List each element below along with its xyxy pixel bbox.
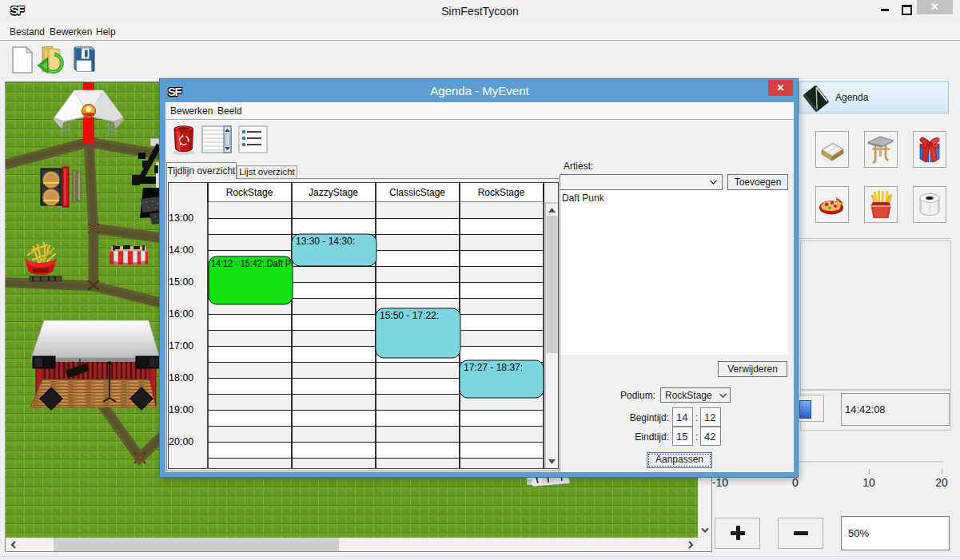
svg-text:ClassicStage: ClassicStage [389, 187, 445, 198]
svg-text:14:00: 14:00 [169, 244, 193, 256]
svg-text:18:00: 18:00 [169, 372, 193, 383]
svg-text:19:00: 19:00 [169, 404, 193, 415]
svg-text:JazzyStage: JazzyStage [309, 187, 358, 198]
svg-text:13:30 - 14:30:: 13:30 - 14:30: [296, 236, 355, 247]
svg-text:RockStage: RockStage [226, 187, 273, 198]
svg-text:15:50 - 17:22:: 15:50 - 17:22: [380, 310, 439, 321]
svg-text:14:12 - 15:42: Daft Pu: 14:12 - 15:42: Daft Pu [211, 258, 296, 269]
svg-text:16:00: 16:00 [169, 308, 193, 320]
svg-text:17:27 - 18:37:: 17:27 - 18:37: [464, 362, 523, 373]
svg-text:13:00: 13:00 [169, 212, 193, 224]
svg-text:RockStage: RockStage [478, 187, 525, 198]
svg-text:15:00: 15:00 [169, 276, 193, 288]
svg-text:17:00: 17:00 [169, 340, 193, 351]
svg-text:20:00: 20:00 [169, 436, 193, 447]
